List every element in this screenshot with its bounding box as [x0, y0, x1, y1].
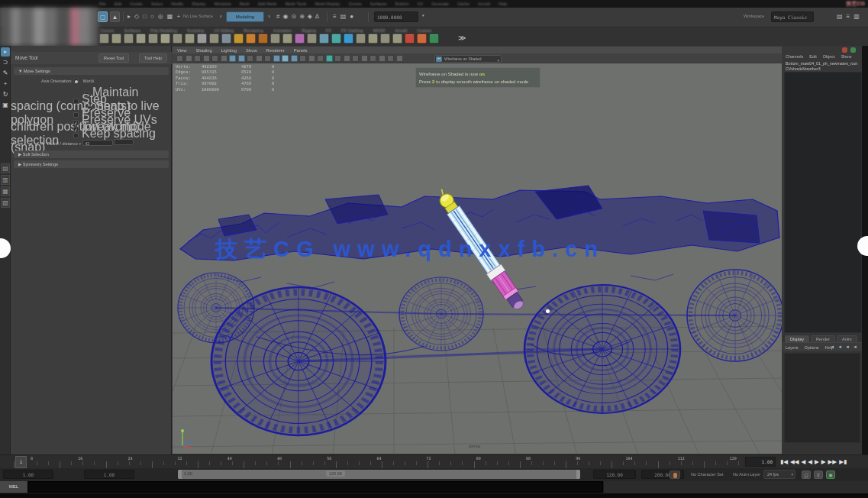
shelf-tab[interactable]: MASH	[373, 28, 386, 33]
layer-button-icon[interactable]: ◄	[830, 344, 834, 349]
fps-dropdown[interactable]: 24 fps	[763, 470, 795, 479]
falloff-value-field[interactable]: 42	[82, 140, 113, 146]
main-menu-item[interactable]: Curves	[348, 2, 361, 6]
playback-button[interactable]: ▶▮	[839, 457, 847, 467]
shelf-tab[interactable]: Arnold	[395, 28, 408, 33]
shelf-icon[interactable]	[197, 34, 207, 44]
shelf-tab[interactable]: Surfaces	[124, 28, 140, 33]
current-time-field[interactable]: 1.00	[745, 457, 776, 467]
main-menu-item[interactable]: Help	[499, 2, 507, 6]
main-menu-item[interactable]: Cache	[457, 2, 469, 6]
shelf-icon[interactable]	[258, 34, 268, 44]
panel-menu-item[interactable]: Renderer	[266, 48, 285, 53]
panel-toolbar-icon[interactable]	[186, 55, 192, 62]
shelf-tab[interactable]: Custom	[417, 28, 431, 33]
field-prev-arrow-icon[interactable]: ‹	[220, 13, 222, 20]
shelf-icon[interactable]	[160, 34, 170, 44]
animation-start-field[interactable]: 1.00	[3, 470, 53, 479]
shelf-tab[interactable]: Poly Modeling	[150, 28, 177, 33]
range-slider-bar[interactable]: 1.00 120.00	[178, 470, 580, 479]
channel-box-red-icon[interactable]	[842, 47, 847, 53]
script-editor-icon[interactable]: ▣	[826, 471, 835, 479]
selected-object-name[interactable]: Bottom_mast04_01_ph_newmates_root	[786, 61, 862, 66]
shelf-icon[interactable]	[270, 34, 280, 44]
main-menu-item[interactable]: Surfaces	[370, 2, 387, 6]
main-menu-item[interactable]: File	[99, 2, 106, 6]
command-language-toggle[interactable]: MEL	[0, 481, 27, 493]
command-input-field[interactable]	[27, 481, 603, 493]
layer-button-icon[interactable]: ◄	[845, 344, 850, 349]
snap-icon[interactable]: ◈	[308, 8, 312, 20]
panel-toolbar-icon[interactable]	[317, 55, 324, 62]
layer-button-icon[interactable]: ◄	[837, 344, 842, 349]
shelf-icon[interactable]	[136, 34, 146, 44]
toolbox-tool-icon[interactable]: ↻	[1, 90, 10, 99]
channel-box-menu-item[interactable]: Edit	[809, 54, 816, 59]
time-slider[interactable]: 81624324048566472808896104112120 1 1.00 …	[0, 454, 868, 468]
shelf-tab[interactable]: Sculpting	[187, 28, 205, 33]
panel-menu-item[interactable]: Show	[246, 48, 257, 53]
selected-shape-name[interactable]: CVshockAbsorber3	[786, 66, 862, 71]
panel-toolbar-icon[interactable]	[247, 55, 253, 62]
panel-layout-button[interactable]: ▥	[1, 175, 10, 185]
shelf-tab[interactable]: Animation	[273, 28, 292, 33]
panel-toolbar-icon[interactable]	[387, 55, 394, 62]
panel-toolbar-icon[interactable]	[256, 55, 263, 62]
panel-toolbar-icon[interactable]	[379, 55, 386, 62]
range-end-handle[interactable]	[576, 470, 580, 479]
shelf-icon[interactable]	[405, 34, 415, 44]
panel-menu-item[interactable]: Panels	[294, 48, 308, 53]
main-menu-item[interactable]: Display	[192, 2, 205, 6]
sidebar-toggle-icon[interactable]: ▤	[837, 8, 843, 20]
main-menu-item[interactable]: Mesh Display	[315, 2, 340, 6]
main-menu-item[interactable]: Arnold	[478, 2, 490, 6]
selection-mask-icon[interactable]: ▦	[167, 8, 173, 20]
toolbox-tool-icon[interactable]: ▸	[1, 47, 10, 57]
channel-box-menu-item[interactable]: Channels	[786, 54, 803, 59]
playback-button[interactable]: ▶	[815, 457, 819, 467]
shelf-icon[interactable]	[282, 34, 292, 44]
section-header-move-settings[interactable]: ▼ Move Settings	[14, 67, 169, 75]
collapsed-section-header[interactable]: ▶ Soft Selection	[14, 150, 169, 158]
selection-mask-icon[interactable]: ○	[150, 8, 154, 20]
shelf-icon[interactable]	[429, 34, 439, 44]
selection-mask-icon[interactable]: +	[176, 8, 180, 20]
field-dropdown-arrow-icon[interactable]: ▾	[422, 13, 424, 18]
shelf-icon[interactable]	[295, 34, 305, 44]
shelf-tab[interactable]: FX	[326, 28, 331, 33]
shelf-icon[interactable]	[319, 34, 329, 44]
panel-toolbar-icon[interactable]	[291, 55, 298, 62]
playback-button[interactable]: ▶▶	[828, 457, 837, 467]
main-menu-item[interactable]: Windows	[214, 2, 231, 6]
panel-menu-item[interactable]: View	[177, 48, 186, 53]
playback-button[interactable]: ◀	[808, 457, 812, 467]
numeric-input-field[interactable]	[374, 11, 418, 22]
panel-toolbar-icon[interactable]	[334, 55, 341, 62]
render-icon[interactable]: ▤	[340, 8, 347, 20]
main-menu-item[interactable]: UV	[418, 2, 424, 6]
toolbox-tool-icon[interactable]: +	[1, 79, 10, 89]
panel-toolbar-icon[interactable]	[352, 55, 359, 62]
channel-list-empty-area[interactable]	[784, 72, 862, 333]
snap-icon[interactable]: ⊕	[299, 8, 305, 20]
tool-help-button[interactable]: Tool Help	[139, 53, 167, 63]
falloff-extra-field[interactable]	[114, 139, 134, 145]
main-menu-item[interactable]: Create	[130, 2, 143, 6]
reset-tool-button[interactable]: Reset Tool	[98, 53, 129, 63]
main-menu-item[interactable]: Modify	[171, 2, 183, 6]
panel-toolbar-icon[interactable]	[229, 55, 236, 62]
main-menu-item[interactable]: Edit Mesh	[258, 2, 276, 6]
selection-mask-icon[interactable]: ▸	[127, 8, 131, 20]
range-bar-handle-label[interactable]: 120.00	[326, 471, 345, 477]
selection-mask-icon[interactable]: ◇	[134, 8, 139, 20]
playback-options-icon[interactable]: ◻	[802, 471, 811, 479]
panel-layout-button[interactable]: ▤	[1, 163, 10, 173]
shelf-icon[interactable]	[417, 34, 427, 44]
shelf-icon[interactable]	[173, 34, 182, 44]
sidebar-toggle-icon[interactable]: ▥	[853, 8, 860, 20]
selection-mask-icon[interactable]: ◎	[158, 8, 163, 20]
layer-list-empty-area[interactable]	[784, 353, 860, 443]
panel-toolbar-icon[interactable]	[176, 55, 183, 62]
main-menu-item[interactable]: Edit	[115, 2, 121, 6]
options-menu[interactable]: Options	[805, 345, 819, 350]
